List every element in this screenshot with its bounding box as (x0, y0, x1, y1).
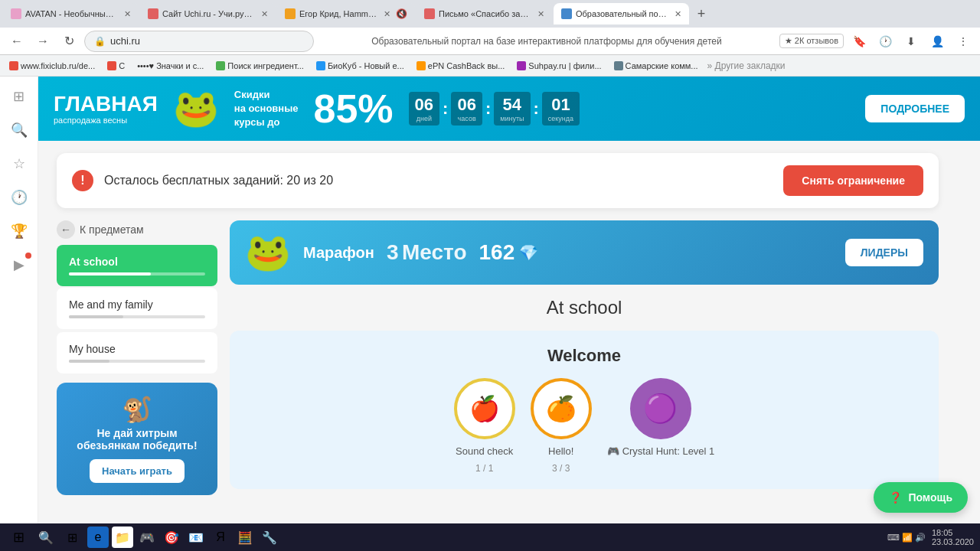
reviews-badge[interactable]: ★ 2К отзывов (779, 34, 844, 48)
activity-circle-sound: 🍎 (454, 378, 515, 439)
taskbar-date: 23.03.2020 (932, 537, 974, 546)
welcome-card: Welcome 🍎 Sound check 1 / 1 🍊 (230, 331, 939, 489)
topic-my-house[interactable]: My house (57, 332, 217, 373)
banner-text-block: ГЛАВНАЯ распродажа весны (54, 93, 158, 126)
monkey-icon: 🐒 (69, 395, 205, 424)
sidebar-star-icon[interactable]: ☆ (5, 150, 33, 178)
bookmark-label: www.fixiclub.ru/de... (21, 61, 95, 70)
bookmark-favicon (517, 61, 526, 70)
tab-close-btn[interactable]: ✕ (384, 9, 390, 19)
leaders-button[interactable]: ЛИДЕРЫ (845, 239, 923, 266)
taskbar-game2-icon[interactable]: 🎯 (161, 527, 182, 548)
taskbar-ie-icon[interactable]: e (87, 527, 109, 548)
sidebar-clock-icon[interactable]: 🕐 (5, 184, 33, 211)
topic-progress-fill (69, 360, 109, 363)
start-button[interactable]: ⊞ (6, 525, 31, 549)
bookmark-button[interactable]: 🔖 (848, 31, 870, 52)
bookmark-label: Самарские комм... (626, 61, 698, 70)
taskbar-email-icon[interactable]: 📧 (185, 527, 207, 548)
taskbar-calc-icon[interactable]: 🧮 (234, 527, 256, 548)
alert-icon: ! (72, 170, 93, 191)
countdown-sep1: : (443, 99, 448, 119)
welcome-title: Welcome (245, 346, 923, 366)
bookmark-biocub[interactable]: БиоКуб - Новый е... (313, 60, 407, 72)
taskbar-yandex-icon[interactable]: Я (210, 527, 231, 548)
bookmark-fixiclub[interactable]: www.fixiclub.ru/de... (6, 60, 98, 72)
marathon-place: 3 Место (387, 240, 467, 265)
activity-crystal-hunt[interactable]: 🟣 🎮 Crystal Hunt: Level 1 (607, 378, 715, 474)
activity-count: 1 / 1 (475, 463, 493, 474)
taskbar-apps: e 📁 🎮 🎯 📧 Я 🧮 🔧 (87, 527, 883, 548)
marathon-place-label: Место (402, 240, 467, 264)
sidebar-grid-icon[interactable]: ⊞ (5, 83, 33, 110)
countdown-minutes-num: 54 (500, 95, 524, 115)
sidebar-search-icon[interactable]: 🔍 (5, 116, 33, 144)
page-title: Образовательный портал на базе интеракти… (318, 36, 775, 47)
taskbar-tool-icon[interactable]: 🔧 (259, 527, 280, 548)
game-promo-text: Не дай хитрым обезьянкам победить! (69, 427, 205, 452)
activity-label: Hello! (548, 445, 573, 457)
bookmark-epn[interactable]: ePN CashBack вы... (413, 60, 508, 72)
countdown-minutes: 54 минуты (494, 92, 530, 126)
banner-subtitle: распродажа весны (54, 116, 158, 125)
bookmarks-more[interactable]: » Другие закладки (707, 60, 786, 71)
tab-close-btn[interactable]: ✕ (537, 9, 544, 19)
countdown-days: 06 дней (409, 92, 439, 126)
tab-letter[interactable]: Письмо «Спасибо за рег... ✕ (416, 3, 552, 24)
marathon-score: 162 💎 (479, 240, 538, 265)
activity-hello[interactable]: 🍊 Hello! 3 / 3 (531, 378, 592, 474)
marathon-score-num: 162 (479, 240, 514, 265)
address-bar[interactable]: 🔒 uchi.ru (84, 31, 314, 52)
profile-button[interactable]: 👤 (926, 31, 948, 52)
bookmark-favicon (216, 61, 225, 70)
tab-close-btn[interactable]: ✕ (124, 9, 131, 19)
bookmark-suhpay[interactable]: Suhpay.ru | фили... (514, 60, 604, 72)
tab-uchi[interactable]: Сайт Uchi.ru - Учи.ру инте... ✕ (140, 3, 276, 24)
banner-details-button[interactable]: ПОДРОБНЕЕ (865, 95, 965, 122)
download-button[interactable]: ⬇ (900, 31, 922, 52)
diamond-icon: 💎 (519, 243, 538, 262)
history-button[interactable]: 🕐 (874, 31, 896, 52)
tab-close-btn[interactable]: ✕ (675, 9, 681, 19)
bookmark-samar[interactable]: Самарские комм... (611, 60, 701, 72)
bookmark-znachki[interactable]: ••••♥ Значки и с... (134, 60, 207, 72)
taskbar-apps-icon[interactable]: ⊞ (61, 527, 83, 548)
topic-progress-bar (69, 315, 205, 318)
tab-close-btn[interactable]: ✕ (261, 9, 268, 19)
countdown-seconds-label: секунда (548, 115, 573, 122)
alert-bar: ! Осталось бесплатных заданий: 20 из 20 … (57, 153, 939, 208)
activity-sound-check[interactable]: 🍎 Sound check 1 / 1 (454, 378, 515, 474)
help-button[interactable]: ❓ Помощь (874, 482, 968, 513)
bookmark-label: Поиск ингредиент... (227, 61, 304, 70)
tab-egor[interactable]: Егор Крид, HammA... ✕ 🔇 (277, 3, 415, 24)
two-column-layout: ← К предметам At school Me and my family (57, 220, 939, 495)
menu-button[interactable]: ⋮ (952, 31, 974, 52)
reload-button[interactable]: ↻ (58, 31, 80, 52)
play-game-button[interactable]: Начать играть (90, 459, 185, 483)
bookmark-c[interactable]: C (104, 60, 128, 72)
gamepad-icon: 🎮 (607, 445, 619, 457)
bookmark-favicon (614, 61, 623, 70)
content-area: ! Осталось бесплатных заданий: 20 из 20 … (38, 141, 957, 507)
tab-edu[interactable]: Образовательный пор... ✕ (554, 3, 689, 24)
back-to-subjects-link[interactable]: ← К предметам (57, 220, 217, 239)
bookmark-ingredients[interactable]: Поиск ингредиент... (213, 60, 307, 72)
remove-limit-button[interactable]: Снять ограничение (783, 165, 923, 196)
tab-label: Егор Крид, HammA... (299, 9, 377, 18)
sidebar-trophy-icon[interactable]: 🏆 (5, 217, 33, 245)
browser-actions: ★ 2К отзывов 🔖 🕐 ⬇ 👤 ⋮ (779, 31, 974, 52)
taskbar-search-icon[interactable]: 🔍 (35, 527, 57, 548)
topic-at-school[interactable]: At school (57, 245, 217, 286)
forward-button[interactable]: → (32, 31, 54, 52)
topic-me-family[interactable]: Me and my family (57, 288, 217, 329)
taskbar-explorer-icon[interactable]: 📁 (112, 527, 133, 548)
left-sidebar: ⊞ 🔍 ☆ 🕐 🏆 ▶ (0, 77, 38, 551)
new-tab-button[interactable]: + (691, 3, 712, 24)
sidebar-play-icon[interactable]: ▶ (5, 251, 33, 279)
alert-text: Осталось бесплатных заданий: 20 из 20 (104, 174, 773, 187)
tab-avatan[interactable]: AVATAN - Необычный Фо... ✕ (3, 3, 139, 24)
back-button[interactable]: ← (6, 31, 28, 52)
countdown-minutes-label: минуты (500, 115, 524, 122)
tab-favicon (11, 8, 21, 19)
taskbar-game1-icon[interactable]: 🎮 (136, 527, 158, 548)
